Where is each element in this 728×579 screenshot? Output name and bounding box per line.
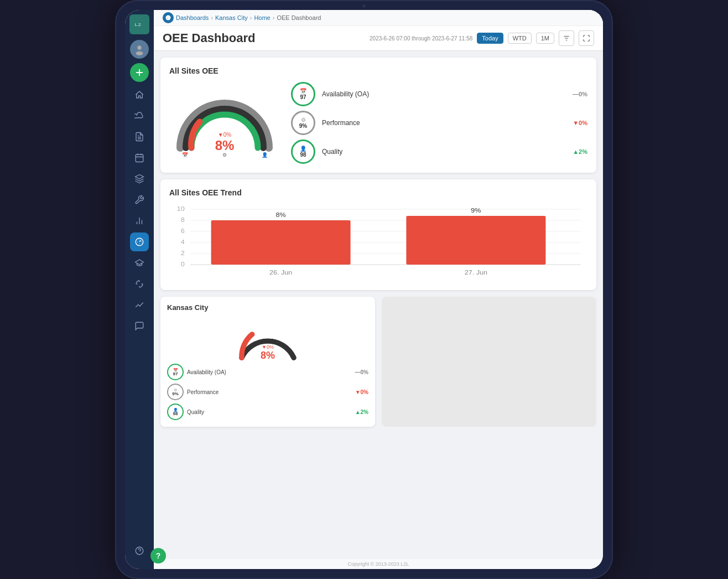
svg-text:⌂: ⌂ xyxy=(167,17,169,19)
quality-delta: ▲2% xyxy=(573,148,587,155)
svg-text:9%: 9% xyxy=(471,208,481,214)
sidebar-item-file[interactable] xyxy=(130,127,149,146)
main-content: ⌂ Dashboards › Kansas City › Home › OEE … xyxy=(154,10,603,569)
svg-text:📅: 📅 xyxy=(182,152,189,158)
all-sites-trend-card: All Sites OEE Trend xyxy=(160,179,596,290)
sites-grid: Kansas City OEE xyxy=(160,297,596,427)
svg-text:L.2.: L.2. xyxy=(135,22,142,27)
date-range: 2023-6-26 07:00 through 2023-6-27 11:58 xyxy=(370,35,472,42)
quality-circle: 👤 98 xyxy=(291,139,315,164)
sidebar-item-help[interactable] xyxy=(130,541,149,560)
svg-rect-27 xyxy=(406,216,545,265)
kansas-city-title: Kansas City xyxy=(167,303,368,312)
svg-rect-3 xyxy=(136,154,143,162)
gauge-delta: ▼0% xyxy=(215,132,235,138)
mini-quality-row: 👤 98 Quality ▲2% xyxy=(167,404,368,420)
svg-text:10: 10 xyxy=(177,206,185,212)
svg-point-5 xyxy=(136,547,143,555)
mini-gauge: OEE ▼0% 8% xyxy=(232,316,304,360)
sidebar-top: L.2. xyxy=(125,14,154,335)
breadcrumb-icon: ⌂ xyxy=(163,12,174,23)
sidebar-item-layers[interactable] xyxy=(130,169,149,188)
sidebar-item-recycle[interactable] xyxy=(130,275,149,293)
help-button[interactable]: ? xyxy=(150,548,166,564)
availability-circle: 📅 97 xyxy=(291,82,315,106)
sidebar-logo[interactable]: L.2. xyxy=(129,14,149,34)
mini-oee-value: 8% xyxy=(261,350,275,361)
gauge-container: 📅 ⚙ 👤 ▼0% 8% xyxy=(169,87,280,159)
svg-text:4: 4 xyxy=(181,239,185,245)
header: ⌂ Dashboards › Kansas City › Home › OEE … xyxy=(154,10,603,51)
sidebar: L.2. xyxy=(125,10,154,569)
metric-row-performance: ⚙ 9% Performance ▼0% xyxy=(291,111,587,135)
fullscreen-button[interactable] xyxy=(579,30,594,46)
breadcrumb-root[interactable]: Dashboards xyxy=(176,14,209,21)
breadcrumb: ⌂ Dashboards › Kansas City › Home › OEE … xyxy=(154,10,603,26)
sidebar-bottom xyxy=(130,541,149,565)
all-sites-oee-title: All Sites OEE xyxy=(169,66,587,75)
sidebar-item-calendar[interactable] xyxy=(130,148,149,167)
breadcrumb-home[interactable]: Home xyxy=(254,14,270,21)
mini-gauge-text: OEE ▼0% 8% xyxy=(261,338,275,361)
sidebar-item-graduation[interactable] xyxy=(130,254,149,272)
svg-text:26. Jun: 26. Jun xyxy=(269,270,292,276)
content-scroll: All Sites OEE xyxy=(154,51,603,559)
mini-quality-delta: ▲2% xyxy=(355,409,368,415)
sidebar-item-chart[interactable] xyxy=(130,211,149,230)
gray-placeholder xyxy=(382,297,596,427)
mini-availability-label: Availability (OA) xyxy=(187,369,352,375)
mini-availability-delta: —0% xyxy=(355,369,368,375)
mini-performance-circle: ⚙ 9% xyxy=(167,384,184,400)
sidebar-item-home[interactable] xyxy=(130,85,149,104)
avatar[interactable] xyxy=(130,40,149,59)
mini-performance-row: ⚙ 9% Performance ▼0% xyxy=(167,384,368,400)
footer: Copyright © 2013-2023 L2L xyxy=(154,559,603,569)
trend-title: All Sites OEE Trend xyxy=(169,188,587,197)
sidebar-item-trend[interactable] xyxy=(130,296,149,314)
mini-performance-label: Performance xyxy=(187,389,352,395)
breadcrumb-location[interactable]: Kansas City xyxy=(215,14,248,21)
metric-row-quality: 👤 98 Quality ▲2% xyxy=(291,139,587,164)
mini-metrics: 📅 97 Availability (OA) —0% ⚙ 9 xyxy=(167,364,368,420)
gauge-center-text: ▼0% 8% xyxy=(215,132,235,153)
all-sites-oee-card: All Sites OEE xyxy=(160,58,596,173)
performance-delta: ▼0% xyxy=(573,120,587,126)
wtd-button[interactable]: WTD xyxy=(508,33,532,44)
mini-availability-circle: 📅 97 xyxy=(167,364,184,380)
svg-text:2: 2 xyxy=(181,250,185,256)
add-button[interactable] xyxy=(130,63,149,82)
quality-label: Quality xyxy=(322,148,566,156)
svg-rect-24 xyxy=(211,220,351,265)
mini-oee-label: OEE xyxy=(261,338,275,344)
help-label: ? xyxy=(156,551,161,560)
svg-text:8%: 8% xyxy=(276,212,286,218)
app-shell: L.2. xyxy=(125,10,603,569)
performance-label: Performance xyxy=(322,119,566,127)
sidebar-item-gauge[interactable] xyxy=(130,232,149,251)
mini-availability-row: 📅 97 Availability (OA) —0% xyxy=(167,364,368,380)
bar-chart: 10 8 6 4 2 0 8% 26. xyxy=(169,204,587,281)
breadcrumb-current: OEE Dashboard xyxy=(277,14,321,21)
svg-point-2 xyxy=(136,51,143,55)
svg-text:👤: 👤 xyxy=(262,152,268,158)
sidebar-item-wrench[interactable] xyxy=(130,190,149,209)
mini-performance-delta: ▼0% xyxy=(355,389,368,395)
metrics-list: 📅 97 Availability (OA) —0% ⚙ xyxy=(291,82,587,164)
sidebar-item-chat[interactable] xyxy=(130,317,149,335)
tablet-frame: L.2. xyxy=(115,0,613,579)
tablet-inner: L.2. xyxy=(125,10,603,569)
kansas-city-card: Kansas City OEE xyxy=(160,297,375,427)
page-title: OEE Dashboard xyxy=(163,31,255,45)
sidebar-item-cloud[interactable] xyxy=(130,106,149,125)
availability-label: Availability (OA) xyxy=(322,90,566,98)
mini-quality-circle: 👤 98 xyxy=(167,404,184,420)
filter-button[interactable] xyxy=(559,30,574,46)
gauge-value: 8% xyxy=(215,138,235,153)
1m-button[interactable]: 1M xyxy=(536,33,554,44)
svg-text:27. Jun: 27. Jun xyxy=(465,270,487,276)
today-button[interactable]: Today xyxy=(477,33,503,44)
availability-delta: —0% xyxy=(573,91,587,97)
title-bar: OEE Dashboard 2023-6-26 07:00 through 20… xyxy=(154,26,603,50)
mini-oee-delta: ▼0% xyxy=(261,344,275,350)
header-controls: 2023-6-26 07:00 through 2023-6-27 11:58 … xyxy=(370,30,594,46)
